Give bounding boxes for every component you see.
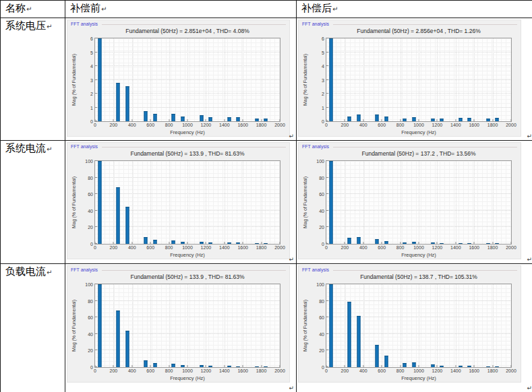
cell-system-current-after: FFT analysis Fundamental (50Hz) = 137.2 … — [297, 141, 532, 264]
harmonic-bar — [144, 237, 148, 244]
y-gridline — [326, 65, 511, 66]
paragraph-mark: ↵ — [527, 256, 532, 263]
harmonic-bar — [144, 360, 148, 367]
chart-title: Fundamental (50Hz) = 138.7 , THD= 105.31… — [326, 273, 512, 280]
harmonic-bar — [154, 240, 157, 244]
y-tick — [95, 52, 97, 53]
x-gridline — [169, 161, 170, 244]
y-tick — [95, 366, 97, 367]
harmonic-bar — [357, 115, 360, 121]
x-tick — [187, 242, 188, 244]
x-gridline — [401, 161, 401, 244]
harmonic-bar — [117, 83, 120, 121]
x-gridline — [243, 38, 243, 121]
harmonic-bar — [255, 243, 258, 244]
y-tick-label: 2 — [322, 92, 324, 96]
x-tick-label: 800 — [396, 123, 405, 127]
x-tick — [382, 242, 382, 244]
x-tick — [363, 119, 363, 121]
paragraph-mark: ↵ — [101, 5, 107, 13]
x-gridline — [437, 38, 438, 121]
y-gridline — [95, 93, 280, 94]
fft-panel-header: FFT analysis — [302, 144, 517, 150]
y-tick-label: 20 — [88, 348, 93, 353]
x-tick-label: 1600 — [237, 123, 248, 127]
x-tick — [113, 242, 114, 244]
harmonic-bar — [403, 119, 407, 122]
fft-panel-header: FFT analysis — [71, 22, 286, 27]
fft-figure: FFT analysis Fundamental (50Hz) = 133.9 … — [67, 142, 290, 259]
x-tick — [224, 242, 225, 244]
x-tick-label: 1200 — [432, 245, 443, 250]
x-gridline — [262, 161, 262, 244]
x-tick-label: 400 — [359, 123, 367, 127]
x-tick-label: 1800 — [487, 123, 498, 127]
harmonic-bar — [181, 117, 185, 121]
header-cell-after: 补偿后↵ — [297, 1, 532, 18]
y-axis-label: Mag (% of Fundamental) — [301, 38, 310, 122]
harmonic-bar — [468, 243, 471, 244]
plot-area: 0200400600800100012001400160018002000012… — [94, 38, 280, 122]
row-label: 负载电流 — [5, 266, 46, 277]
y-tick — [95, 333, 97, 334]
harmonic-bar — [200, 365, 203, 367]
y-tick — [95, 226, 97, 227]
table-row-system-voltage: 系统电压↵ FFT analysis Fundamental (50Hz) = … — [1, 18, 532, 141]
header-cell-before: 补偿前↵ — [65, 1, 297, 18]
x-tick-label: 600 — [378, 123, 386, 127]
harmonic-bar — [255, 119, 258, 122]
x-tick-label: 0 — [325, 368, 328, 373]
x-gridline — [150, 38, 151, 121]
x-tick-label: 400 — [359, 245, 367, 250]
y-tick-label: 1 — [322, 105, 324, 110]
paragraph-mark: ↵ — [289, 385, 294, 391]
x-tick-label: 1800 — [256, 245, 267, 250]
x-tick — [150, 365, 151, 367]
y-tick-label: 0 — [322, 119, 324, 124]
x-tick-label: 0 — [325, 245, 328, 250]
x-gridline — [456, 161, 456, 244]
y-tick-label: 60 — [319, 192, 324, 197]
x-tick — [437, 365, 438, 367]
y-axis-label: Mag (% of Fundamental) — [69, 38, 79, 122]
harmonic-bar — [181, 242, 185, 244]
x-gridline — [187, 38, 188, 121]
harmonic-bar — [200, 242, 203, 244]
fft-analysis-label: FFT analysis — [302, 22, 329, 27]
header-name-label: 名称 — [5, 3, 26, 13]
x-gridline — [113, 38, 114, 121]
x-gridline — [493, 161, 494, 244]
y-gridline — [326, 79, 511, 80]
y-gridline — [326, 177, 511, 178]
x-tick — [455, 242, 456, 244]
x-gridline — [382, 284, 382, 367]
header-cell-name: 名称↵ — [1, 1, 65, 18]
y-gridline — [326, 93, 511, 94]
x-tick-label: 1800 — [256, 368, 267, 373]
y-tick — [326, 317, 328, 317]
x-tick — [187, 365, 188, 367]
fft-figure: FFT analysis Fundamental (50Hz) = 138.7 … — [298, 265, 521, 383]
x-gridline — [401, 38, 401, 121]
x-gridline — [225, 161, 225, 244]
x-tick-label: 800 — [165, 368, 173, 373]
x-tick — [261, 119, 262, 121]
x-tick-label: 200 — [110, 123, 118, 127]
fft-analysis-label: FFT analysis — [71, 267, 98, 273]
x-gridline — [206, 284, 206, 367]
harmonic-bar — [209, 117, 212, 121]
plot-area: 0200400600800100012001400160018002000012… — [326, 38, 512, 122]
y-tick — [326, 366, 328, 367]
x-tick-label: 200 — [110, 368, 118, 373]
y-gridline — [326, 317, 511, 317]
y-tick — [95, 177, 97, 178]
y-tick — [95, 350, 97, 350]
fft-figure: FFT analysis Fundamental (50Hz) = 137.2 … — [298, 142, 521, 259]
harmonic-bar — [117, 187, 120, 244]
harmonic-bar — [98, 38, 101, 121]
table-header-row: 名称↵ 补偿前↵ 补偿后↵ — [1, 1, 532, 18]
harmonic-bar — [413, 117, 416, 121]
y-axis-label: Mag (% of Fundamental) — [301, 284, 310, 368]
x-tick — [131, 365, 132, 367]
x-tick — [131, 242, 132, 244]
